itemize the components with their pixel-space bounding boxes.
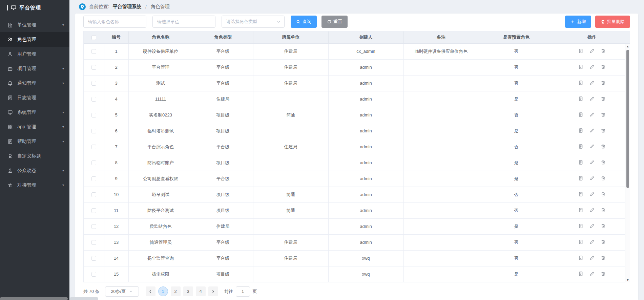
detail-icon[interactable] <box>578 128 583 133</box>
batch-delete-button[interactable]: 批量删除 <box>595 16 630 28</box>
page-size-select[interactable]: 20条/页 <box>105 286 139 297</box>
delete-icon[interactable] <box>601 128 606 133</box>
edit-icon[interactable] <box>589 176 595 181</box>
sidebar-item-7[interactable]: 系统管理▾ <box>0 105 69 120</box>
delete-icon[interactable] <box>601 208 606 213</box>
delete-icon[interactable] <box>601 160 606 165</box>
edit-icon[interactable] <box>589 271 595 276</box>
app-logo: 平台管理 <box>0 0 69 16</box>
breadcrumb-root[interactable]: 平台管理系统 <box>113 4 141 10</box>
horizontal-scrollbar-thumb-secondary[interactable] <box>70 297 98 300</box>
cell-role-type: 住建局 <box>193 91 253 107</box>
delete-icon[interactable] <box>601 223 606 229</box>
goto-page-input[interactable] <box>236 286 250 297</box>
delete-icon[interactable] <box>601 64 606 69</box>
delete-icon[interactable] <box>601 48 606 53</box>
delete-icon[interactable] <box>601 271 606 276</box>
row-checkbox[interactable] <box>91 176 96 181</box>
edit-icon[interactable] <box>589 255 595 260</box>
row-checkbox[interactable] <box>91 65 96 70</box>
edit-icon[interactable] <box>589 192 595 197</box>
edit-icon[interactable] <box>589 64 595 69</box>
detail-icon[interactable] <box>578 160 583 165</box>
detail-icon[interactable] <box>578 271 583 276</box>
edit-icon[interactable] <box>589 80 595 85</box>
select-all-checkbox[interactable] <box>91 35 96 40</box>
detail-icon[interactable] <box>578 96 583 101</box>
table-header-row: 编号角色名称角色类型所属单位创建人备注是否预置角色操作 <box>84 31 630 43</box>
sidebar-item-10[interactable]: 自定义标题 <box>0 149 69 163</box>
reset-button[interactable]: 重置 <box>321 16 348 28</box>
detail-icon[interactable] <box>578 80 583 85</box>
horizontal-scrollbar-thumb[interactable] <box>0 297 68 300</box>
detail-icon[interactable] <box>578 112 583 117</box>
sidebar-item-4[interactable]: 项目管理▾ <box>0 61 69 76</box>
detail-icon[interactable] <box>578 223 583 229</box>
page-button-1[interactable]: 1 <box>158 286 168 296</box>
sidebar-item-2[interactable]: 角色管理 <box>0 32 69 47</box>
edit-icon[interactable] <box>589 96 595 101</box>
row-checkbox[interactable] <box>91 160 96 165</box>
cell-id: 10 <box>104 187 128 202</box>
row-checkbox[interactable] <box>91 145 96 149</box>
role-name-input[interactable] <box>83 16 146 28</box>
row-checkbox[interactable] <box>91 240 96 245</box>
detail-icon[interactable] <box>578 144 583 149</box>
row-checkbox[interactable] <box>91 113 96 117</box>
row-checkbox[interactable] <box>91 81 96 86</box>
sidebar-item-5[interactable]: 通知管理▾ <box>0 76 69 90</box>
delete-icon[interactable] <box>601 192 606 197</box>
edit-icon[interactable] <box>589 208 595 213</box>
next-page-button[interactable] <box>208 286 218 296</box>
edit-icon[interactable] <box>589 128 595 133</box>
page-button-4[interactable]: 4 <box>196 286 206 296</box>
row-checkbox[interactable] <box>91 97 96 102</box>
sidebar-item-1[interactable]: 单位管理▾ <box>0 18 69 32</box>
scroll-down-icon[interactable]: ▼ <box>625 278 630 282</box>
table-scrollbar-thumb[interactable] <box>626 50 629 188</box>
table-scrollbar[interactable]: ▲ ▼ <box>625 44 630 282</box>
detail-icon[interactable] <box>578 64 583 69</box>
detail-icon[interactable] <box>578 239 583 244</box>
sidebar-item-9[interactable]: 帮助管理▾ <box>0 134 69 149</box>
edit-icon[interactable] <box>589 144 595 149</box>
sidebar-item-11[interactable]: 公众动态▾ <box>0 163 69 178</box>
unit-input[interactable] <box>152 16 215 28</box>
row-checkbox[interactable] <box>91 208 96 213</box>
role-type-select[interactable]: 请选择角色类型 <box>222 16 285 28</box>
row-checkbox[interactable] <box>91 224 96 229</box>
row-checkbox[interactable] <box>91 256 96 261</box>
row-checkbox[interactable] <box>91 192 96 197</box>
add-button[interactable]: 新增 <box>565 16 591 28</box>
prev-page-button[interactable] <box>146 286 155 296</box>
row-checkbox[interactable] <box>91 272 96 277</box>
row-checkbox[interactable] <box>91 129 96 133</box>
detail-icon[interactable] <box>578 176 583 181</box>
cell-role-name: 平台管理 <box>128 59 193 75</box>
detail-icon[interactable] <box>578 255 583 260</box>
edit-icon[interactable] <box>589 112 595 117</box>
search-button[interactable]: 查询 <box>291 16 317 28</box>
sidebar-item-8[interactable]: app 管理▾ <box>0 120 69 134</box>
delete-icon[interactable] <box>601 112 606 117</box>
delete-icon[interactable] <box>601 96 606 101</box>
page-button-3[interactable]: 3 <box>183 286 193 296</box>
delete-icon[interactable] <box>601 255 606 260</box>
scroll-up-icon[interactable]: ▲ <box>625 45 630 48</box>
detail-icon[interactable] <box>578 192 583 197</box>
delete-icon[interactable] <box>601 144 606 149</box>
sidebar-item-6[interactable]: 日志管理 <box>0 90 69 105</box>
edit-icon[interactable] <box>589 223 595 229</box>
detail-icon[interactable] <box>578 48 583 53</box>
sidebar-item-3[interactable]: 用户管理 <box>0 47 69 61</box>
row-checkbox[interactable] <box>91 49 96 54</box>
edit-icon[interactable] <box>589 160 595 165</box>
detail-icon[interactable] <box>578 208 583 213</box>
edit-icon[interactable] <box>589 239 595 244</box>
delete-icon[interactable] <box>601 176 606 181</box>
delete-icon[interactable] <box>601 239 606 244</box>
edit-icon[interactable] <box>589 48 595 53</box>
page-button-2[interactable]: 2 <box>171 286 181 296</box>
delete-icon[interactable] <box>601 80 606 85</box>
sidebar-item-12[interactable]: 对接管理▾ <box>0 178 69 192</box>
